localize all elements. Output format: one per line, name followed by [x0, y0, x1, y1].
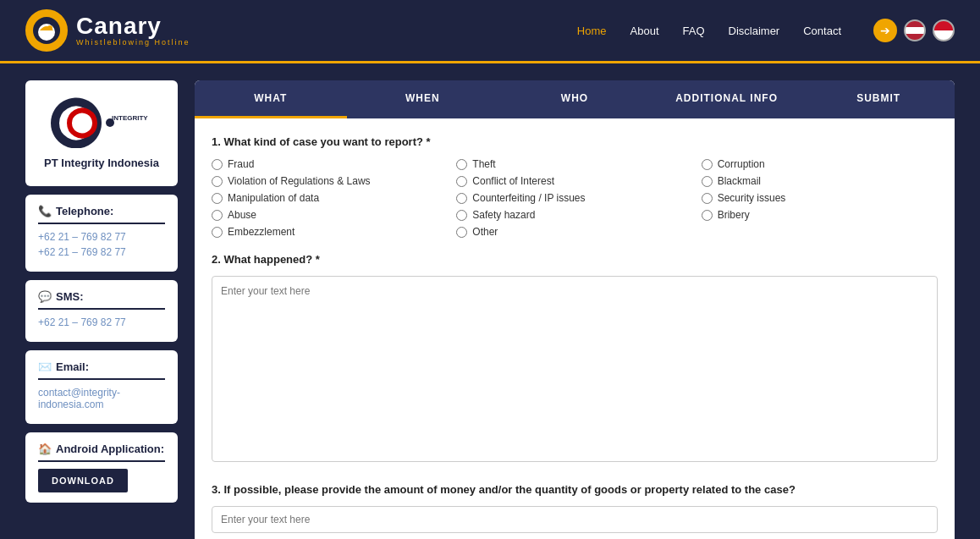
sidebar-email-card: ✉️ Email: contact@integrity-indonesia.co… [25, 350, 178, 424]
radio-item: Fraud [212, 158, 448, 170]
flag-indonesia[interactable] [933, 19, 955, 41]
sidebar-company-card: INTEGRITY PT Integrity Indonesia [25, 80, 178, 186]
logo-text-block: Canary Whistleblowing Hotline [76, 14, 190, 47]
telephone-title: 📞 Telephone: [38, 205, 165, 224]
radio-input-8[interactable] [702, 193, 713, 204]
radio-item: Theft [456, 158, 692, 170]
radio-item: Blackmail [702, 175, 938, 187]
radio-item: Safety hazard [456, 209, 692, 221]
q3-label: 3. If possible, please provide the amoun… [212, 483, 938, 496]
radio-input-4[interactable] [456, 176, 467, 187]
radio-input-10[interactable] [456, 210, 467, 221]
svg-text:INTEGRITY: INTEGRITY [112, 114, 148, 122]
radio-input-6[interactable] [212, 193, 223, 204]
q2-label: 2. What happened? * [212, 253, 938, 266]
radio-input-9[interactable] [212, 210, 223, 221]
radio-label-0: Fraud [228, 158, 254, 170]
telephone-link-1[interactable]: +62 21 – 769 82 77 [38, 231, 165, 243]
radio-input-1[interactable] [456, 159, 467, 170]
sms-title: 💬 SMS: [38, 290, 165, 310]
form-tabs: WHAT WHEN WHO ADDITIONAL INFO SUBMIT [195, 80, 955, 118]
logo-area[interactable]: Canary Whistleblowing Hotline [25, 9, 190, 52]
radio-input-2[interactable] [702, 159, 713, 170]
radio-input-7[interactable] [456, 193, 467, 204]
radio-item: Security issues [702, 192, 938, 204]
svg-point-2 [47, 25, 52, 30]
flag-english[interactable] [904, 19, 926, 41]
nav-about[interactable]: About [630, 25, 659, 37]
radio-item: Violation of Regulations & Laws [212, 175, 448, 187]
form-body: 1. What kind of case you want to report?… [195, 118, 955, 539]
nav-disclaimer[interactable]: Disclaimer [729, 25, 780, 37]
nav-icons: ➔ [873, 19, 955, 42]
phone-icon: 📞 [38, 205, 52, 217]
tab-when[interactable]: WHEN [347, 80, 499, 118]
radio-label-3: Violation of Regulations & Laws [228, 175, 371, 187]
sidebar-telephone-card: 📞 Telephone: +62 21 – 769 82 77 +62 21 –… [25, 195, 178, 272]
email-link[interactable]: contact@integrity-indonesia.com [38, 387, 165, 410]
logo-subtitle: Whistleblowing Hotline [76, 38, 190, 47]
radio-item: Bribery [702, 209, 938, 221]
company-name: PT Integrity Indonesia [44, 157, 159, 169]
form-panel: WHAT WHEN WHO ADDITIONAL INFO SUBMIT 1. … [195, 80, 955, 539]
login-button[interactable]: ➔ [873, 19, 897, 42]
radio-item: Embezzlement [212, 226, 448, 238]
nav-home[interactable]: Home [577, 25, 607, 37]
radio-input-11[interactable] [702, 210, 713, 221]
header: Canary Whistleblowing Hotline Home About… [0, 0, 980, 63]
email-title: ✉️ Email: [38, 360, 165, 380]
radio-label-6: Manipulation of data [228, 192, 319, 204]
sidebar: INTEGRITY PT Integrity Indonesia 📞 Telep… [25, 80, 178, 503]
telephone-link-2[interactable]: +62 21 – 769 82 77 [38, 246, 165, 258]
q2-textarea[interactable] [212, 276, 938, 462]
radio-label-13: Other [472, 226, 498, 238]
radio-label-9: Abuse [228, 209, 256, 221]
android-title: 🏠 Android Application: [38, 443, 165, 462]
sidebar-sms-card: 💬 SMS: +62 21 – 769 82 77 [25, 280, 178, 342]
email-icon: ✉️ [38, 360, 52, 373]
radio-input-3[interactable] [212, 176, 223, 187]
q1-label: 1. What kind of case you want to report?… [212, 135, 938, 148]
tab-additional-info[interactable]: ADDITIONAL INFO [651, 80, 803, 118]
sms-link-1[interactable]: +62 21 – 769 82 77 [38, 316, 165, 328]
download-button[interactable]: DOWNLOAD [38, 469, 128, 492]
radio-item: Other [456, 226, 692, 238]
radio-item: Counterfeiting / IP issues [456, 192, 692, 204]
nav-faq[interactable]: FAQ [683, 25, 705, 37]
radio-label-10: Safety hazard [472, 209, 535, 221]
logo-title: Canary [76, 14, 190, 38]
radio-input-5[interactable] [702, 176, 713, 187]
radio-input-0[interactable] [212, 159, 223, 170]
radio-input-13[interactable] [456, 227, 467, 238]
radio-item: Abuse [212, 209, 448, 221]
radio-item: Manipulation of data [212, 192, 448, 204]
tab-who[interactable]: WHO [498, 80, 651, 118]
main-layout: INTEGRITY PT Integrity Indonesia 📞 Telep… [0, 63, 980, 539]
radio-label-2: Corruption [718, 158, 765, 170]
radio-label-4: Conflict of Interest [472, 175, 554, 187]
company-logo: INTEGRITY [51, 97, 152, 148]
tab-what[interactable]: WHAT [195, 80, 347, 118]
android-icon: 🏠 [38, 443, 52, 455]
main-nav: Home About FAQ Disclaimer Contact ➔ [577, 19, 955, 42]
tab-submit[interactable]: SUBMIT [802, 80, 955, 118]
radio-label-5: Blackmail [718, 175, 761, 187]
radio-label-12: Embezzlement [228, 226, 295, 238]
logo-icon [25, 9, 68, 52]
radio-label-1: Theft [472, 158, 495, 170]
radio-label-7: Counterfeiting / IP issues [472, 192, 585, 204]
q1-radio-grid: FraudTheftCorruptionViolation of Regulat… [212, 158, 938, 238]
sms-icon: 💬 [38, 290, 52, 303]
q3-input[interactable] [212, 506, 938, 533]
radio-label-11: Bribery [718, 209, 750, 221]
sidebar-android-card: 🏠 Android Application: DOWNLOAD [25, 432, 178, 503]
radio-label-8: Security issues [718, 192, 786, 204]
nav-contact[interactable]: Contact [803, 25, 841, 37]
radio-item: Corruption [702, 158, 938, 170]
radio-item: Conflict of Interest [456, 175, 692, 187]
radio-input-12[interactable] [212, 227, 223, 238]
